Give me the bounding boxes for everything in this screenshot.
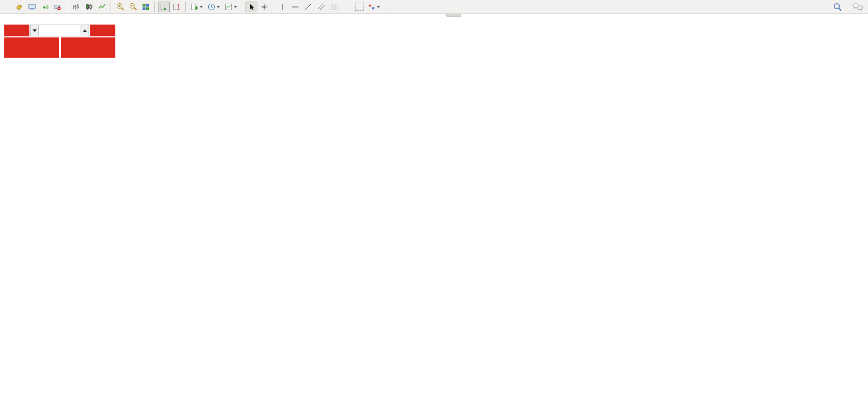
volume-decrease-button[interactable] [30,25,39,36]
volume-increase-button[interactable] [81,25,89,36]
line-chart-icon[interactable] [96,2,108,12]
period-button[interactable] [206,2,222,12]
cursor-tool[interactable] [246,2,257,12]
chat-icon[interactable] [851,2,864,12]
add-indicator-button[interactable] [189,2,205,12]
toolbar-separator [242,2,243,12]
trendline-tool[interactable] [302,2,314,12]
toolbar-separator [67,2,68,12]
period-clock-icon [207,3,216,11]
channel-tool[interactable] [315,2,327,12]
buy-price-button[interactable] [61,37,116,58]
volume-input[interactable] [39,25,80,36]
toolbar-separator [385,2,386,12]
autotrading-button[interactable] [52,2,64,12]
add-indicator-icon [190,3,199,11]
new-order-icon[interactable] [13,2,25,12]
arrows-tool[interactable] [366,2,382,12]
sell-button[interactable] [4,25,29,36]
toolbar-separator [273,2,274,12]
dropdown-caret-icon [377,6,380,8]
main-toolbar [0,0,868,14]
toolbar-separator [111,2,112,12]
zoom-in-icon[interactable] [114,2,126,12]
triangle-down-icon [33,29,37,32]
signals-icon[interactable] [39,2,51,12]
toolbar-separator [185,2,186,12]
price-chart[interactable] [0,0,868,411]
vertical-line-tool[interactable] [277,2,288,12]
toolbar-separator [154,2,155,12]
chart-ohlc-header [3,16,18,24]
candle-chart-icon[interactable] [83,2,95,12]
buy-button[interactable] [90,25,115,36]
search-icon[interactable] [832,2,843,12]
one-click-trading-panel [4,25,115,58]
dropdown-caret-icon [234,6,237,8]
horizontal-line-tool[interactable] [289,2,301,12]
text-label-glyph [355,3,364,11]
fibonacci-tool[interactable] [328,2,340,12]
zoom-out-icon[interactable] [127,2,139,12]
bar-chart-icon[interactable] [70,2,82,12]
window-splitter-grip[interactable] [446,13,461,17]
dropdown-caret-icon [217,6,220,8]
tile-windows-icon[interactable] [140,2,152,12]
autotrading-icon [53,3,61,11]
text-tool[interactable] [341,2,352,12]
triangle-up-icon [83,29,87,32]
template-button[interactable] [223,2,239,12]
sell-price-button[interactable] [4,37,59,58]
crosshair-tool[interactable] [258,2,270,12]
terminal-icon[interactable] [26,2,38,12]
auto-scroll-icon[interactable] [158,2,170,12]
dropdown-caret-icon [200,6,203,8]
chart-shift-icon[interactable] [171,2,183,12]
text-label-tool[interactable] [353,2,365,12]
template-icon [224,3,233,11]
new-order-button[interactable] [1,2,12,12]
